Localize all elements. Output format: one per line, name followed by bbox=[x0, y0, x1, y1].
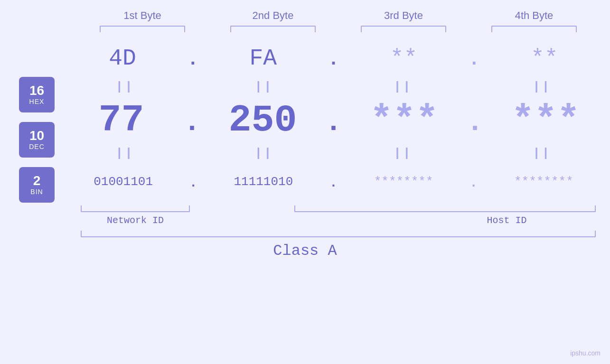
dot-dec-1: . bbox=[183, 106, 200, 139]
dot-bin-3: . bbox=[469, 176, 478, 190]
top-brackets bbox=[77, 26, 600, 32]
bracket-byte2 bbox=[230, 26, 316, 32]
dot-bin-1: . bbox=[189, 176, 197, 190]
dec-byte1: 77 bbox=[74, 99, 169, 142]
bin-row: 01001101 . 11111010 . ******** . *******… bbox=[66, 163, 601, 201]
hex-badge: 16 HEX bbox=[19, 77, 55, 112]
dec-badge: 10 DEC bbox=[19, 122, 55, 158]
host-bracket bbox=[294, 205, 596, 212]
byte3-header: 3rd Byte bbox=[351, 9, 456, 22]
eq4: || bbox=[490, 80, 594, 94]
host-id-label: Host ID bbox=[294, 215, 610, 226]
bracket-byte3 bbox=[361, 26, 446, 32]
byte1-header: 1st Byte bbox=[90, 9, 195, 22]
eq7: || bbox=[351, 146, 455, 160]
eq6: || bbox=[212, 146, 316, 160]
network-id-label: Network ID bbox=[81, 215, 190, 226]
bracket-byte1 bbox=[100, 26, 185, 32]
eq5: || bbox=[73, 146, 177, 160]
hex-row: 4D . FA . ** . ** bbox=[66, 39, 601, 77]
eq8: || bbox=[490, 146, 594, 160]
values-grid: 4D . FA . ** . ** || || || || bbox=[66, 37, 610, 237]
id-labels-row: Network ID Host ID bbox=[66, 215, 601, 226]
dot-bin-2: . bbox=[329, 176, 338, 190]
hex-byte1: 4D bbox=[75, 46, 170, 71]
dec-byte4: *** bbox=[498, 99, 593, 142]
hex-byte3: ** bbox=[357, 46, 451, 71]
dec-badge-label: DEC bbox=[29, 143, 45, 150]
byte2-header: 2nd Byte bbox=[221, 9, 325, 22]
watermark: ipshu.com bbox=[570, 349, 601, 357]
dec-byte3: *** bbox=[357, 99, 451, 142]
bin-badge: 2 BIN bbox=[19, 167, 55, 203]
eq2: || bbox=[212, 80, 316, 94]
byte-headers-row: 1st Byte 2nd Byte 3rd Byte 4th Byte bbox=[77, 9, 600, 22]
eq3: || bbox=[351, 80, 455, 94]
bin-badge-number: 2 bbox=[33, 174, 41, 188]
equals-row-2: || || || || bbox=[66, 144, 601, 163]
badges-column: 16 HEX 10 DEC 2 BIN bbox=[0, 72, 66, 203]
dot-hex-3: . bbox=[469, 49, 480, 70]
byte4-header: 4th Byte bbox=[482, 9, 586, 22]
bin-byte2: 11111010 bbox=[216, 175, 311, 189]
dot-dec-2: . bbox=[325, 106, 342, 139]
class-label: Class A bbox=[0, 242, 610, 260]
dot-hex-2: . bbox=[328, 49, 339, 70]
bin-badge-label: BIN bbox=[30, 188, 43, 196]
big-bracket bbox=[81, 231, 596, 237]
bin-byte4: ******** bbox=[496, 175, 591, 189]
network-bracket bbox=[81, 205, 190, 212]
eq1: || bbox=[73, 80, 177, 94]
equals-row-1: || || || || bbox=[66, 77, 601, 96]
dec-badge-number: 10 bbox=[29, 129, 44, 143]
big-bracket-row bbox=[66, 231, 601, 237]
dec-byte2: 250 bbox=[215, 99, 310, 142]
hex-byte2: FA bbox=[216, 46, 310, 71]
bracket-byte4 bbox=[491, 26, 577, 32]
dot-hex-1: . bbox=[187, 49, 198, 70]
bin-byte3: ******** bbox=[356, 175, 451, 189]
hex-byte4: ** bbox=[497, 46, 592, 71]
main-container: 1st Byte 2nd Byte 3rd Byte 4th Byte 16 H… bbox=[0, 0, 610, 364]
dot-dec-3: . bbox=[466, 106, 483, 139]
dec-row: 77 . 250 . *** . *** bbox=[66, 96, 601, 144]
hex-badge-number: 16 bbox=[29, 84, 44, 98]
hex-badge-label: HEX bbox=[29, 98, 45, 105]
bottom-bracket-area bbox=[66, 203, 601, 212]
bin-byte1: 01001101 bbox=[76, 175, 171, 189]
